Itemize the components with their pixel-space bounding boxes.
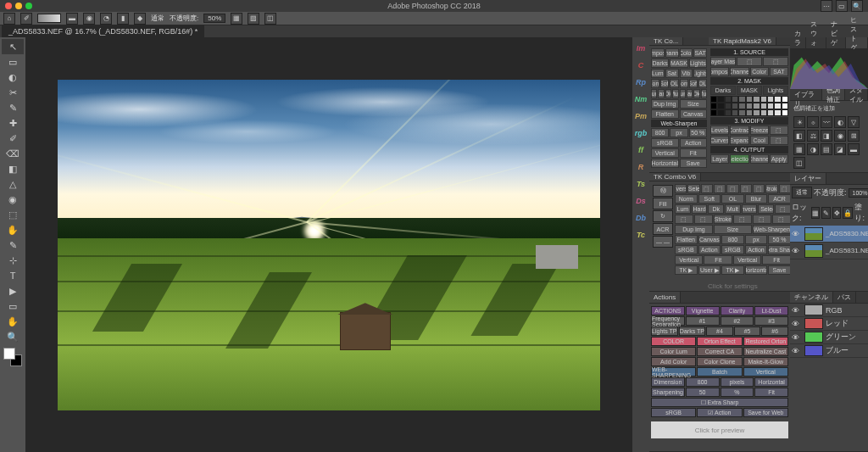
channel-tab[interactable]: チャンネル — [790, 292, 833, 303]
tk-button[interactable]: Fit — [704, 255, 732, 265]
action-button[interactable]: Add Color — [651, 357, 696, 366]
tk-button[interactable]: Horizontal — [745, 265, 768, 275]
tk-button[interactable]: ⬚ — [779, 184, 791, 193]
tk-button[interactable]: px — [670, 128, 687, 137]
channel-item[interactable]: 👁レッド — [790, 317, 868, 331]
tk-button[interactable]: Extra Sharp — [768, 245, 791, 254]
tk-button[interactable]: Hard — [692, 204, 708, 214]
action-button[interactable]: Lt-Dust — [754, 306, 788, 315]
action-button[interactable]: Make-It-Glow — [743, 357, 788, 366]
adj-poster-icon[interactable]: ▤ — [821, 143, 832, 155]
adj-hue-icon[interactable]: ◧ — [793, 130, 805, 142]
grad-angle-icon[interactable]: ◔ — [100, 13, 112, 25]
tk-button[interactable]: Lum — [651, 89, 657, 98]
tk-button[interactable]: Lights — [693, 69, 707, 78]
action-button[interactable]: Vignette — [686, 306, 720, 315]
lib-tab[interactable]: CC ライブラリ — [790, 89, 822, 100]
tk-button[interactable]: Darks — [651, 59, 669, 68]
lock-pixels-icon[interactable]: ✎ — [821, 207, 831, 219]
action-button[interactable]: Clarity — [721, 306, 754, 315]
lock-position-icon[interactable]: ✥ — [832, 207, 842, 219]
lock-all-icon[interactable]: 🔒 — [843, 207, 853, 219]
action-button[interactable]: % — [721, 388, 754, 397]
tk-button[interactable]: Curves — [710, 136, 729, 145]
tool-preset-icon[interactable]: ✐ — [20, 13, 32, 25]
action-button[interactable]: Sharpening — [651, 388, 685, 397]
action-button[interactable]: Neutralize Cast — [743, 347, 788, 356]
tk-button[interactable]: ⬚ — [753, 184, 765, 193]
tk-button[interactable]: OL — [698, 79, 707, 88]
combo-button[interactable]: Ⓜ — [653, 185, 673, 197]
tk-button[interactable]: ⬚ — [770, 126, 788, 135]
action-button[interactable]: Horizontal — [754, 377, 788, 387]
tk-button[interactable]: Lum — [680, 89, 686, 98]
action-button[interactable]: Color Lum — [651, 347, 696, 356]
tk-button[interactable]: Inverse — [742, 204, 758, 214]
tk-button[interactable]: Size — [714, 225, 752, 234]
tk-button[interactable]: ⬚ — [675, 215, 693, 224]
tk-button[interactable]: ⬚ — [770, 136, 788, 145]
tk-button[interactable]: Inverse — [675, 184, 687, 193]
tk-button[interactable]: Lum — [651, 69, 665, 78]
tool-19[interactable]: 🔍 — [2, 329, 24, 344]
tk-button[interactable]: Lights — [689, 59, 707, 68]
tk-button[interactable]: Lights — [763, 86, 788, 95]
panel-icon-ts[interactable]: Ts — [634, 176, 648, 192]
action-button[interactable]: ☑ Action — [697, 408, 742, 417]
action-button[interactable]: 800 — [686, 377, 720, 387]
maximize-window-icon[interactable] — [25, 3, 32, 9]
layer-item[interactable]: 👁_ADS5830.NEF — [790, 226, 868, 243]
tk-button[interactable]: ⬚ — [763, 57, 788, 66]
opt-icon-1[interactable]: ▦ — [231, 13, 242, 25]
panel-icon-r[interactable]: R — [634, 159, 648, 175]
tk-button[interactable]: Stroke — [714, 215, 732, 224]
panel-icon-c[interactable]: C — [634, 58, 648, 73]
panel-icon-db[interactable]: Db — [634, 210, 648, 226]
tool-9[interactable]: △ — [2, 176, 24, 192]
tk-button[interactable]: Dk — [708, 204, 724, 214]
tool-15[interactable]: T — [2, 268, 24, 283]
tk-button[interactable]: 800 — [651, 128, 669, 137]
tk-button[interactable]: Dup Img — [675, 225, 713, 234]
visibility-icon[interactable]: 👁 — [792, 347, 802, 355]
tool-10[interactable]: ◉ — [2, 192, 24, 207]
tk-button[interactable]: ⬚ — [733, 215, 752, 224]
tk-button[interactable]: TK ▶ — [721, 265, 744, 275]
tool-7[interactable]: ⌫ — [2, 146, 24, 161]
tk-button[interactable]: Sat — [665, 69, 679, 78]
adj-curves-icon[interactable]: 〰 — [821, 116, 832, 128]
panel-icon-nm[interactable]: Nm — [634, 92, 648, 107]
tk-button[interactable]: ⬚ — [726, 184, 738, 193]
tk-button[interactable]: Channel — [665, 48, 679, 58]
action-button[interactable]: pixels — [721, 377, 754, 387]
tk-button[interactable]: ⬚ — [772, 215, 791, 224]
tk-button[interactable]: Mult — [701, 89, 707, 98]
minimize-window-icon[interactable] — [15, 3, 22, 9]
tk-button[interactable]: Action — [698, 245, 721, 254]
action-button[interactable]: 50 — [686, 388, 720, 397]
tool-2[interactable]: ◐ — [2, 70, 24, 85]
tool-16[interactable]: ▶ — [2, 283, 24, 299]
tool-3[interactable]: ✂ — [2, 85, 24, 100]
tk-button[interactable]: Soft — [660, 79, 669, 88]
layer-item[interactable]: 👁_ADS5831.NEF — [790, 243, 868, 259]
tk-button[interactable]: Composite — [651, 48, 665, 58]
panel-icon-im[interactable]: Im — [634, 41, 648, 56]
layer-thumbnail[interactable] — [804, 244, 823, 258]
adj-brightness-icon[interactable]: ☀ — [793, 116, 805, 128]
visibility-icon[interactable]: 👁 — [792, 306, 802, 315]
tk-button[interactable]: Apply — [770, 154, 788, 164]
action-button[interactable]: Save for Web — [743, 408, 788, 417]
adj-balance-icon[interactable]: ⚖ — [807, 130, 819, 142]
grad-reflect-icon[interactable]: ▮ — [117, 13, 129, 25]
lock-transparency-icon[interactable]: ▦ — [811, 207, 821, 219]
tk-button[interactable]: 800 — [721, 235, 744, 244]
visibility-icon[interactable]: 👁 — [792, 230, 802, 238]
tk-button[interactable]: Norm — [651, 79, 659, 88]
tk-button[interactable]: Color — [750, 67, 769, 76]
tk-button[interactable]: Vertical — [651, 148, 679, 158]
action-button[interactable]: Color Clone — [697, 357, 742, 366]
action-button[interactable]: Restored Orton — [743, 337, 788, 346]
tk-button[interactable]: Save — [768, 265, 791, 275]
close-window-icon[interactable] — [5, 3, 12, 9]
